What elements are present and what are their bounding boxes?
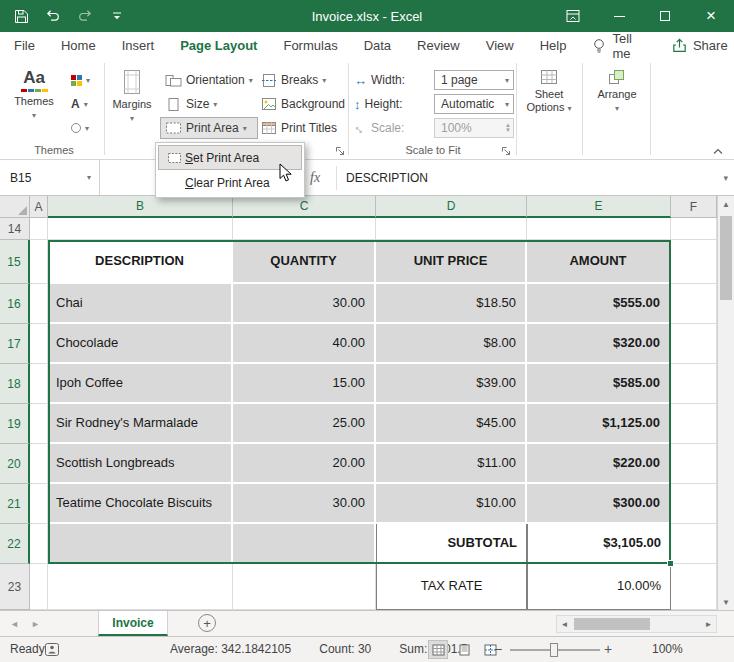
cell-C23[interactable] xyxy=(233,564,376,610)
cell-D15[interactable]: UNIT PRICE xyxy=(376,240,527,284)
cell-B19[interactable]: Sir Rodney's Marmalade xyxy=(48,404,233,444)
cell-C21[interactable]: 30.00 xyxy=(233,484,376,524)
cell-F17[interactable] xyxy=(671,324,717,364)
cell-D16[interactable]: $18.50 xyxy=(376,284,527,324)
cell-B23[interactable] xyxy=(48,564,233,610)
tab-view[interactable]: View xyxy=(486,38,514,53)
tab-formulas[interactable]: Formulas xyxy=(283,38,337,53)
cell-A16[interactable] xyxy=(30,284,48,324)
expand-formula-bar-icon[interactable]: ▾ xyxy=(723,173,728,183)
cell-C20[interactable]: 20.00 xyxy=(233,444,376,484)
tab-review[interactable]: Review xyxy=(417,38,460,53)
row-header-19[interactable]: 19 xyxy=(0,404,30,444)
sheet-next-icon[interactable]: ► xyxy=(31,619,40,629)
insert-function-button[interactable]: fx xyxy=(310,170,320,186)
zoom-slider-thumb[interactable] xyxy=(550,643,558,657)
sheet-tab-invoice[interactable]: Invoice xyxy=(98,611,168,636)
size-button[interactable]: Size▾ xyxy=(160,93,258,115)
cell-B22[interactable] xyxy=(48,524,233,564)
tab-home[interactable]: Home xyxy=(61,38,96,53)
undo-button[interactable] xyxy=(44,7,62,25)
arrange-button[interactable]: Arrange ▾ xyxy=(593,66,641,142)
cell-D20[interactable]: $11.00 xyxy=(376,444,527,484)
cell-A22[interactable] xyxy=(30,524,48,564)
print-titles-button[interactable]: Print Titles xyxy=(256,117,350,139)
share-button[interactable]: Share xyxy=(672,38,728,53)
scale-spinner[interactable]: 100%▲▼ xyxy=(434,118,514,138)
tab-insert[interactable]: Insert xyxy=(122,38,155,53)
cell-D18[interactable]: $39.00 xyxy=(376,364,527,404)
column-header-C[interactable]: C xyxy=(233,196,376,218)
row-header-20[interactable]: 20 xyxy=(0,444,30,484)
cell-B16[interactable]: Chai xyxy=(48,284,233,324)
ribbon-display-options-button[interactable] xyxy=(550,0,596,32)
zoom-level[interactable]: 100% xyxy=(652,642,683,656)
cell-B20[interactable]: Scottish Longbreads xyxy=(48,444,233,484)
margins-button[interactable]: Margins ▾ xyxy=(108,66,156,142)
collapse-ribbon-button[interactable] xyxy=(712,147,724,155)
horizontal-scroll-thumb[interactable] xyxy=(574,618,650,630)
cell-E15[interactable]: AMOUNT xyxy=(527,240,671,284)
cell-E17[interactable]: $320.00 xyxy=(527,324,671,364)
cell-D14[interactable] xyxy=(376,218,527,240)
cell-C15[interactable]: QUANTITY xyxy=(233,240,376,284)
vertical-scroll-thumb[interactable] xyxy=(720,216,732,300)
column-header-F[interactable]: F xyxy=(671,196,717,218)
cell-F14[interactable] xyxy=(671,218,717,240)
width-select[interactable]: 1 page▾ xyxy=(434,70,514,90)
print-area-button[interactable]: Print Area▾ xyxy=(160,117,258,139)
cell-E21[interactable]: $300.00 xyxy=(527,484,671,524)
tab-file[interactable]: File xyxy=(14,38,35,53)
cell-F23[interactable] xyxy=(671,564,717,610)
cell-A14[interactable] xyxy=(30,218,48,240)
orientation-button[interactable]: Orientation▾ xyxy=(160,69,258,91)
tell-me-button[interactable]: Tell me xyxy=(592,31,632,61)
cell-E23-tax-value[interactable]: 10.00% xyxy=(527,564,671,610)
vertical-scrollbar[interactable]: ▲ ▼ xyxy=(717,196,734,610)
sheet-options-button[interactable]: SheetOptions ▾ xyxy=(525,66,573,142)
cell-D23-tax-label[interactable]: TAX RATE xyxy=(376,564,527,610)
row-header-22[interactable]: 22 xyxy=(0,524,30,564)
name-box[interactable]: B15 ▾ xyxy=(0,160,100,195)
cell-A18[interactable] xyxy=(30,364,48,404)
cell-F20[interactable] xyxy=(671,444,717,484)
cell-A15[interactable] xyxy=(30,240,48,284)
select-all-corner[interactable] xyxy=(0,196,30,218)
cell-C14[interactable] xyxy=(233,218,376,240)
page-layout-view-button[interactable] xyxy=(454,640,474,659)
theme-effects-button[interactable]: ▾ xyxy=(66,117,95,139)
row-header-15[interactable]: 15 xyxy=(0,240,30,284)
cell-C18[interactable]: 15.00 xyxy=(233,364,376,404)
page-setup-dialog-launcher[interactable] xyxy=(335,146,345,156)
cell-B17[interactable]: Chocolade xyxy=(48,324,233,364)
normal-view-button[interactable] xyxy=(428,640,448,659)
cell-C19[interactable]: 25.00 xyxy=(233,404,376,444)
scroll-left-icon[interactable]: ◄ xyxy=(557,620,572,629)
cell-A23[interactable] xyxy=(30,564,48,610)
cell-E22-subtotal-value[interactable]: $3,105.00 xyxy=(527,524,671,564)
cell-D21[interactable]: $10.00 xyxy=(376,484,527,524)
cell-A21[interactable] xyxy=(30,484,48,524)
horizontal-scrollbar[interactable]: ◄ ► xyxy=(556,615,717,633)
column-header-E[interactable]: E xyxy=(527,196,671,218)
minimize-button[interactable] xyxy=(596,0,642,32)
zoom-out-button[interactable]: − xyxy=(494,641,502,657)
row-header-18[interactable]: 18 xyxy=(0,364,30,404)
cell-A20[interactable] xyxy=(30,444,48,484)
row-header-16[interactable]: 16 xyxy=(0,284,30,324)
column-header-B[interactable]: B xyxy=(48,196,233,218)
height-select[interactable]: Automatic▾ xyxy=(434,94,514,114)
row-header-14[interactable]: 14 xyxy=(0,218,30,240)
sheet-prev-icon[interactable]: ◄ xyxy=(10,619,19,629)
maximize-button[interactable] xyxy=(642,0,688,32)
theme-fonts-button[interactable]: A▾ xyxy=(66,93,95,115)
cell-C16[interactable]: 30.00 xyxy=(233,284,376,324)
name-box-dropdown-icon[interactable]: ▾ xyxy=(87,173,91,182)
cell-B21[interactable]: Teatime Chocolate Biscuits xyxy=(48,484,233,524)
redo-button[interactable] xyxy=(76,7,94,25)
scale-to-fit-dialog-launcher[interactable] xyxy=(501,146,511,156)
cell-C22[interactable] xyxy=(233,524,376,564)
column-header-A[interactable]: A xyxy=(30,196,48,218)
cell-F18[interactable] xyxy=(671,364,717,404)
cell-F15[interactable] xyxy=(671,240,717,284)
